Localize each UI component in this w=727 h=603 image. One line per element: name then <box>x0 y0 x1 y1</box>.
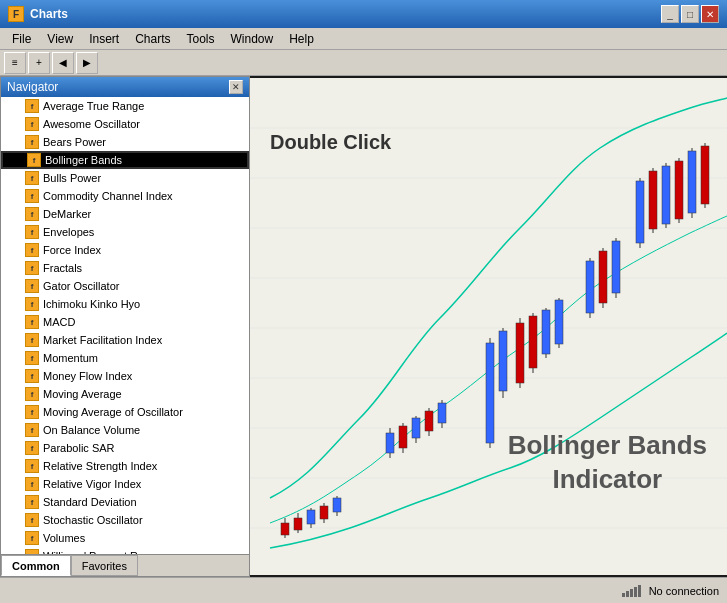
nav-item-bollinger-bands[interactable]: fBollinger Bands <box>1 151 249 169</box>
title-bar: F Charts _ □ ✕ <box>0 0 727 28</box>
svg-rect-41 <box>555 300 563 344</box>
nav-item-moving-average-of-oscillator[interactable]: fMoving Average of Oscillator <box>1 403 249 421</box>
svg-rect-15 <box>307 510 315 524</box>
nav-item-commodity-channel-index[interactable]: fCommodity Channel Index <box>1 187 249 205</box>
main-area: Navigator ✕ fAverage True RangefAwesome … <box>0 76 727 577</box>
menu-file[interactable]: File <box>4 30 39 48</box>
navigator-close-button[interactable]: ✕ <box>229 80 243 94</box>
toolbar-btn-4[interactable]: ▶ <box>76 52 98 74</box>
title-bar-text: Charts <box>30 7 68 21</box>
menu-window[interactable]: Window <box>223 30 282 48</box>
svg-rect-35 <box>516 323 524 383</box>
bar-seg-1 <box>622 593 625 597</box>
toolbar-btn-3[interactable]: ◀ <box>52 52 74 74</box>
nav-item-envelopes[interactable]: fEnvelopes <box>1 223 249 241</box>
nav-item-bears-power[interactable]: fBears Power <box>1 133 249 151</box>
nav-item-stochastic-oscillator[interactable]: fStochastic Oscillator <box>1 511 249 529</box>
nav-item-average-true-range[interactable]: fAverage True Range <box>1 97 249 115</box>
svg-rect-57 <box>688 151 696 213</box>
svg-rect-49 <box>636 181 644 243</box>
nav-item-icon: f <box>25 99 39 113</box>
maximize-button[interactable]: □ <box>681 5 699 23</box>
nav-item-volumes[interactable]: fVolumes <box>1 529 249 547</box>
nav-item-williams'-percent-range[interactable]: fWilliams' Percent Range <box>1 547 249 554</box>
menu-charts[interactable]: Charts <box>127 30 178 48</box>
nav-item-label: MACD <box>43 316 75 328</box>
nav-item-label: Moving Average of Oscillator <box>43 406 183 418</box>
nav-item-momentum[interactable]: fMomentum <box>1 349 249 367</box>
nav-item-awesome-oscillator[interactable]: fAwesome Oscillator <box>1 115 249 133</box>
nav-item-money-flow-index[interactable]: fMoney Flow Index <box>1 367 249 385</box>
nav-item-label: Bears Power <box>43 136 106 148</box>
nav-item-moving-average[interactable]: fMoving Average <box>1 385 249 403</box>
nav-item-icon: f <box>27 153 41 167</box>
nav-item-label: Relative Strength Index <box>43 460 157 472</box>
bar-seg-2 <box>626 591 629 597</box>
nav-item-icon: f <box>25 279 39 293</box>
title-bar-controls[interactable]: _ □ ✕ <box>661 5 719 23</box>
nav-item-icon: f <box>25 351 39 365</box>
nav-item-label: Fractals <box>43 262 82 274</box>
nav-item-relative-vigor-index[interactable]: fRelative Vigor Index <box>1 475 249 493</box>
menu-view[interactable]: View <box>39 30 81 48</box>
nav-item-label: Stochastic Oscillator <box>43 514 143 526</box>
svg-rect-59 <box>701 146 709 204</box>
bar-seg-5 <box>638 585 641 597</box>
navigator-tabs: Common Favorites <box>1 554 249 576</box>
svg-rect-21 <box>386 433 394 453</box>
tab-favorites[interactable]: Favorites <box>71 555 138 576</box>
nav-item-label: Relative Vigor Index <box>43 478 141 490</box>
navigator-title: Navigator <box>7 80 58 94</box>
nav-item-bulls-power[interactable]: fBulls Power <box>1 169 249 187</box>
nav-item-icon: f <box>25 387 39 401</box>
toolbar-btn-2[interactable]: + <box>28 52 50 74</box>
nav-item-icon: f <box>25 135 39 149</box>
nav-item-icon: f <box>25 495 39 509</box>
nav-item-demarker[interactable]: fDeMarker <box>1 205 249 223</box>
nav-item-label: Bollinger Bands <box>45 154 122 166</box>
nav-item-label: Volumes <box>43 532 85 544</box>
nav-item-icon: f <box>25 189 39 203</box>
nav-item-icon: f <box>25 369 39 383</box>
nav-item-ichimoku-kinko-hyo[interactable]: fIchimoku Kinko Hyo <box>1 295 249 313</box>
minimize-button[interactable]: _ <box>661 5 679 23</box>
svg-rect-29 <box>438 403 446 423</box>
menu-insert[interactable]: Insert <box>81 30 127 48</box>
chart-area[interactable]: Double Click Bollinger BandsIndicator <box>250 76 727 577</box>
svg-rect-55 <box>675 161 683 219</box>
svg-rect-43 <box>586 261 594 313</box>
nav-item-icon: f <box>25 333 39 347</box>
svg-rect-45 <box>599 251 607 303</box>
nav-item-label: Average True Range <box>43 100 144 112</box>
svg-rect-53 <box>662 166 670 224</box>
nav-item-gator-oscillator[interactable]: fGator Oscillator <box>1 277 249 295</box>
svg-rect-39 <box>542 310 550 354</box>
nav-item-force-index[interactable]: fForce Index <box>1 241 249 259</box>
tab-common[interactable]: Common <box>1 555 71 576</box>
nav-item-market-facilitation-index[interactable]: fMarket Facilitation Index <box>1 331 249 349</box>
nav-item-label: Ichimoku Kinko Hyo <box>43 298 140 310</box>
app-icon: F <box>8 6 24 22</box>
connection-status: No connection <box>649 585 719 597</box>
menu-help[interactable]: Help <box>281 30 322 48</box>
nav-item-label: Force Index <box>43 244 101 256</box>
nav-item-macd[interactable]: fMACD <box>1 313 249 331</box>
navigator-header: Navigator ✕ <box>1 77 249 97</box>
menu-tools[interactable]: Tools <box>179 30 223 48</box>
nav-item-label: Parabolic SAR <box>43 442 115 454</box>
nav-item-on-balance-volume[interactable]: fOn Balance Volume <box>1 421 249 439</box>
toolbar-btn-1[interactable]: ≡ <box>4 52 26 74</box>
svg-rect-17 <box>320 506 328 519</box>
nav-item-icon: f <box>25 261 39 275</box>
close-button[interactable]: ✕ <box>701 5 719 23</box>
nav-item-parabolic-sar[interactable]: fParabolic SAR <box>1 439 249 457</box>
nav-item-label: Bulls Power <box>43 172 101 184</box>
nav-item-relative-strength-index[interactable]: fRelative Strength Index <box>1 457 249 475</box>
nav-item-icon: f <box>25 315 39 329</box>
nav-item-standard-deviation[interactable]: fStandard Deviation <box>1 493 249 511</box>
nav-item-label: Commodity Channel Index <box>43 190 173 202</box>
svg-rect-0 <box>250 78 727 575</box>
nav-item-fractals[interactable]: fFractals <box>1 259 249 277</box>
toolbar: ≡ + ◀ ▶ <box>0 50 727 76</box>
navigator-list[interactable]: fAverage True RangefAwesome OscillatorfB… <box>1 97 249 554</box>
